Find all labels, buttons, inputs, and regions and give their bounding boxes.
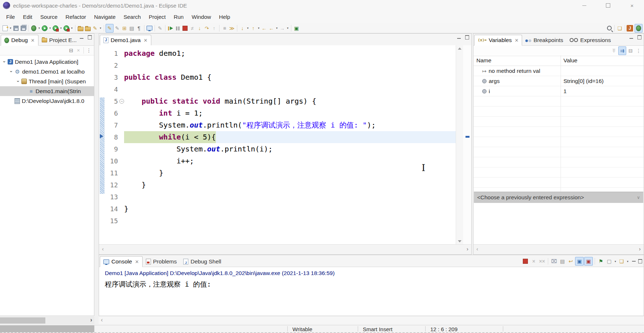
pause-icon[interactable] bbox=[174, 24, 181, 32]
forward-icon[interactable]: → bbox=[279, 24, 286, 32]
code-line[interactable]: 4 bbox=[99, 83, 456, 95]
close-debug-tab-icon[interactable]: ✕ bbox=[31, 38, 35, 43]
external-tools-icon[interactable] bbox=[63, 24, 70, 32]
debug-perspective-icon[interactable] bbox=[635, 24, 643, 33]
menu-edit[interactable]: Edit bbox=[19, 11, 36, 23]
tree-item[interactable]: ›Thread [main] (Suspen bbox=[0, 76, 94, 86]
console-body[interactable]: Demo1 [Java Application] D:\Develop\Java… bbox=[99, 267, 644, 316]
scroll-up-icon[interactable] bbox=[458, 47, 462, 50]
show-stderr-icon[interactable]: ▣ bbox=[584, 257, 593, 266]
maximize-window-icon[interactable] bbox=[596, 0, 620, 11]
open-console-dropdown-icon[interactable]: ▾ bbox=[626, 260, 629, 263]
column-divider[interactable] bbox=[561, 55, 561, 192]
close-editor-tab-icon[interactable]: ✕ bbox=[144, 38, 148, 43]
debug-view-horizontal-scrollbar[interactable]: › bbox=[0, 317, 94, 324]
clear-console-icon[interactable]: ⌧ bbox=[550, 257, 558, 265]
code-line[interactable]: 3public class Demo1 { bbox=[99, 71, 456, 83]
coverage-icon[interactable] bbox=[52, 24, 59, 32]
last-edit-location-icon[interactable]: ▣ bbox=[293, 24, 300, 32]
expander-icon[interactable]: › bbox=[16, 78, 21, 84]
previous-annotation-dropdown-icon[interactable]: ▾ bbox=[257, 26, 261, 30]
save-icon[interactable] bbox=[12, 24, 20, 32]
show-type-names-icon[interactable]: T bbox=[610, 47, 618, 55]
display-console-icon[interactable]: ▢ bbox=[605, 257, 613, 265]
tab-problems[interactable]: Problems bbox=[143, 257, 180, 267]
tab-expressions[interactable]: Expressions bbox=[566, 35, 614, 45]
fold-icon[interactable] bbox=[119, 95, 124, 107]
tree-item[interactable]: ≡Demo1.main(Strin bbox=[0, 86, 94, 96]
next-annotation-icon[interactable]: ↓ bbox=[239, 24, 246, 32]
paste-template-icon[interactable]: ⊞ bbox=[121, 24, 128, 32]
step-into-icon[interactable]: ↓ bbox=[196, 24, 203, 32]
tab-debug[interactable]: Debug ✕ bbox=[1, 35, 38, 46]
menu-source[interactable]: Source bbox=[36, 11, 62, 23]
tab-demo1-java[interactable]: J Demo1.java ✕ bbox=[100, 35, 151, 46]
show-whitespace-icon[interactable]: ¶ bbox=[135, 24, 143, 32]
import-icon[interactable] bbox=[84, 24, 91, 32]
variable-row[interactable]: ↦no method return val bbox=[473, 66, 644, 76]
maximize-variables-icon[interactable] bbox=[637, 35, 641, 39]
code-line[interactable]: 12 } bbox=[99, 179, 456, 191]
debug-dropdown-icon[interactable]: ▾ bbox=[37, 26, 41, 30]
new-wizard-icon[interactable] bbox=[1, 24, 9, 32]
run-dropdown-icon[interactable]: ▾ bbox=[48, 26, 52, 30]
menu-navigate[interactable]: Navigate bbox=[90, 11, 119, 23]
save-all-icon[interactable] bbox=[20, 24, 27, 32]
menu-file[interactable]: File bbox=[2, 11, 19, 23]
close-variables-tab-icon[interactable]: ✕ bbox=[515, 38, 519, 43]
scroll-left-icon[interactable]: ‹ bbox=[102, 246, 104, 252]
open-perspective-icon[interactable]: ❏ bbox=[616, 24, 623, 32]
tab-debug-shell[interactable]: Debug Shell bbox=[180, 257, 224, 267]
tree-item[interactable]: D:\Develop\Java\jdk1.8.0 bbox=[0, 96, 94, 106]
back-dropdown-icon[interactable]: ▾ bbox=[275, 26, 279, 30]
code-line[interactable]: 8 while(i < 5){ bbox=[99, 131, 456, 143]
debug-scroll-right-icon[interactable]: › bbox=[90, 317, 92, 323]
code-line[interactable]: 13 bbox=[99, 191, 456, 203]
variable-row[interactable]: argsString[0] (id=16) bbox=[473, 76, 644, 86]
expander-icon[interactable]: › bbox=[2, 59, 7, 65]
use-step-filters-icon[interactable]: ≫ bbox=[228, 24, 235, 32]
variables-view-menu-icon[interactable]: ⋮ bbox=[635, 47, 642, 55]
column-value[interactable]: Value bbox=[561, 57, 644, 64]
minimize-editor-icon[interactable] bbox=[457, 38, 461, 39]
previous-annotation-icon[interactable]: ↑ bbox=[250, 24, 257, 32]
skip-breakpoints-icon[interactable]: ≡ bbox=[221, 24, 228, 32]
debug-icon[interactable] bbox=[30, 24, 37, 32]
left-sash[interactable] bbox=[94, 33, 99, 316]
word-wrap-icon[interactable]: ↩ bbox=[567, 257, 575, 265]
scroll-down-icon[interactable] bbox=[458, 240, 462, 242]
open-type-icon[interactable] bbox=[77, 24, 84, 32]
code-line[interactable]: 7 System.out.println("程序调试演示，注意观察 i 的值: … bbox=[99, 119, 456, 131]
menu-search[interactable]: Search bbox=[119, 11, 145, 23]
terminate-console-icon[interactable] bbox=[521, 257, 529, 265]
minimize-window-icon[interactable] bbox=[572, 0, 596, 11]
forward-dropdown-icon[interactable]: ▾ bbox=[286, 26, 290, 30]
menu-help[interactable]: Help bbox=[215, 11, 234, 23]
minimize-view-icon[interactable] bbox=[80, 38, 83, 39]
code-line[interactable]: 5 public static void main(String[] args)… bbox=[99, 95, 456, 107]
tab-variables[interactable]: (x)= Variables ✕ bbox=[474, 35, 522, 46]
link-editor-icon[interactable]: ✎ bbox=[156, 24, 164, 32]
variables-horizontal-scrollbar[interactable]: ‹ › bbox=[473, 244, 644, 254]
menu-project[interactable]: Project bbox=[145, 11, 170, 23]
view-menu-icon[interactable]: ⋮ bbox=[85, 46, 93, 54]
variables-scroll-right-icon[interactable]: › bbox=[639, 246, 641, 252]
scrollbar-thumb[interactable] bbox=[0, 317, 45, 324]
menu-run[interactable]: Run bbox=[170, 11, 188, 23]
code-line[interactable]: 1package demo1; bbox=[99, 47, 456, 59]
terminate-icon[interactable] bbox=[181, 24, 189, 32]
variable-detail-pane[interactable] bbox=[473, 203, 644, 244]
step-over-icon[interactable]: ↷ bbox=[203, 24, 210, 32]
editor-horizontal-scrollbar[interactable]: ‹ › bbox=[99, 244, 471, 254]
step-return-icon[interactable]: ↑ bbox=[210, 24, 218, 32]
code-line[interactable]: 14} bbox=[99, 203, 456, 215]
column-name[interactable]: Name bbox=[473, 57, 561, 64]
tab-breakpoints[interactable]: Breakpoints bbox=[522, 35, 566, 45]
console-scroll-left-icon[interactable]: ‹ bbox=[101, 317, 103, 323]
code-line[interactable]: 10 i++; bbox=[99, 155, 456, 167]
code-line[interactable]: 11 } bbox=[99, 167, 456, 179]
close-window-icon[interactable]: × bbox=[620, 0, 644, 11]
pin-console-icon[interactable]: ⚑ bbox=[597, 257, 605, 265]
new-wizard-dropdown-icon[interactable]: ▾ bbox=[9, 26, 12, 30]
create-snippet-icon[interactable]: ✎ bbox=[114, 24, 121, 32]
